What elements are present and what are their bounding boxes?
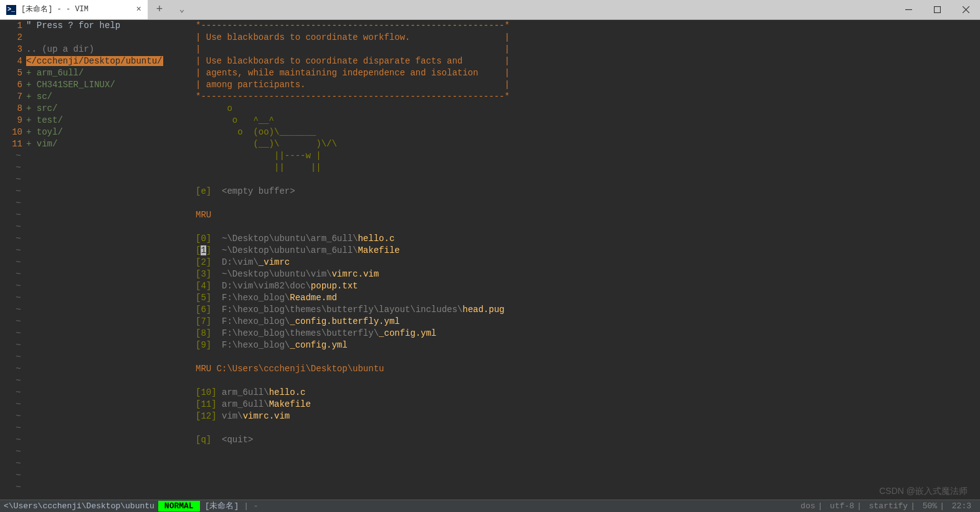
folder-item[interactable]: + test/ (26, 115, 163, 126)
mru-item[interactable]: [8] F:\hexo_blog\themes\butterfly\_confi… (196, 328, 510, 339)
line-number: 7 (0, 91, 26, 103)
empty-line-tilde: ~ (0, 434, 26, 446)
cowsay-art: o (196, 103, 510, 115)
mru-item[interactable]: [2] D:\vim\_vimrc (196, 257, 510, 268)
quote-border: *---------------------------------------… (196, 91, 510, 103)
file-tree: " Press ? for help .. (up a dir)</ccchen… (26, 20, 163, 150)
empty-line-tilde: ~ (0, 458, 26, 470)
line-number: 6 (0, 79, 26, 91)
empty-line-tilde: ~ (0, 387, 26, 399)
folder-item[interactable]: + src/ (26, 103, 163, 115)
powershell-icon: >_ (6, 5, 16, 15)
empty-line-tilde: ~ (0, 339, 26, 351)
cowsay-art: (__)\ )\/\ (196, 138, 510, 150)
line-number: 4 (0, 55, 26, 67)
empty-line-tilde: ~ (0, 316, 26, 328)
folder-item[interactable]: + toyl/ (26, 126, 163, 138)
mru-item[interactable]: [0] ~\Desktop\ubuntu\arm_6ull\hello.c (196, 233, 510, 245)
empty-line-tilde: ~ (0, 233, 26, 245)
close-window-button[interactable] (951, 0, 980, 19)
status-filename: [未命名] (200, 501, 244, 512)
cowsay-art: o ^__^ (196, 115, 510, 126)
mru-item[interactable]: [7] F:\hexo_blog\_config.butterfly.yml (196, 316, 510, 328)
status-fileformat: dos (798, 501, 817, 511)
empty-line-tilde: ~ (0, 150, 26, 162)
status-path: <\Users\ccchenji\Desktop\ubuntu (0, 501, 158, 512)
empty-line-tilde: ~ (0, 446, 26, 458)
mru-item[interactable]: [9] F:\hexo_blog\_config.yml (196, 339, 510, 351)
quit-item[interactable]: [q] <quit> (196, 434, 510, 446)
mru-item[interactable]: [10] arm_6ull\hello.c (196, 387, 510, 399)
empty-line-tilde: ~ (0, 197, 26, 209)
empty-line-tilde: ~ (0, 481, 26, 493)
quote-line: | among participants. | (196, 79, 510, 91)
empty-line-tilde: ~ (0, 268, 26, 280)
line-number: 8 (0, 103, 26, 115)
quote-line: | | (196, 44, 510, 55)
cowsay-art: || || (196, 162, 510, 174)
line-number-gutter: 1234567891011~ ~ ~ ~ ~ ~ ~ ~ ~ ~ ~ ~ ~ ~… (0, 20, 26, 500)
empty-line-tilde: ~ (0, 280, 26, 292)
editor-area[interactable]: 1234567891011~ ~ ~ ~ ~ ~ ~ ~ ~ ~ ~ ~ ~ ~… (0, 20, 980, 500)
empty-buffer-item[interactable]: [e] <empty buffer> (196, 186, 510, 197)
maximize-button[interactable] (923, 0, 951, 19)
empty-line-tilde: ~ (0, 351, 26, 363)
cowsay-art: ||----w | (196, 150, 510, 162)
window-titlebar: >_ [未命名] - - VIM × + ⌄ (0, 0, 980, 20)
status-right: dos| utf-8| startify| 50%| 22:3 (798, 501, 980, 512)
empty-line-tilde: ~ (0, 245, 26, 257)
empty-line-tilde: ~ (0, 422, 26, 434)
up-dir[interactable]: .. (up a dir) (26, 44, 163, 55)
terminal-tab[interactable]: >_ [未命名] - - VIM × (0, 0, 148, 19)
empty-line-tilde: ~ (0, 304, 26, 316)
start-screen: *---------------------------------------… (196, 20, 510, 446)
mru-item[interactable]: [12] vim\vimrc.vim (196, 410, 510, 422)
folder-item[interactable]: + sc/ (26, 91, 163, 103)
empty-line-tilde: ~ (0, 363, 26, 375)
empty-line-tilde: ~ (0, 209, 26, 221)
watermark: CSDN @嵌入式魔法师 (879, 485, 968, 497)
mru-cwd-header: MRU C:\Users\ccchenji\Desktop\ubuntu (196, 363, 510, 375)
mru-item[interactable]: [3] ~\Desktop\ubuntu\vim\vimrc.vim (196, 268, 510, 280)
empty-line-tilde: ~ (0, 292, 26, 304)
line-number: 9 (0, 115, 26, 126)
mru-item[interactable]: [4] D:\vim\vim82\doc\popup.txt (196, 280, 510, 292)
minimize-button[interactable] (894, 0, 923, 19)
empty-line-tilde: ~ (0, 470, 26, 481)
empty-line-tilde: ~ (0, 257, 26, 268)
status-bar: <\Users\ccchenji\Desktop\ubuntu NORMAL [… (0, 500, 980, 512)
quote-line: | Use blackboards to coordinate disparat… (196, 55, 510, 67)
quote-border: *---------------------------------------… (196, 20, 510, 32)
close-tab-icon[interactable]: × (136, 4, 141, 16)
status-modified: | - (244, 501, 258, 512)
empty-line-tilde: ~ (0, 399, 26, 410)
blank-line (26, 32, 163, 44)
mru-header: MRU (196, 209, 510, 221)
folder-item[interactable]: + vim/ (26, 138, 163, 150)
cowsay-art: o (oo)\_______ (196, 126, 510, 138)
folder-item[interactable]: + arm_6ull/ (26, 67, 163, 79)
mru-item[interactable]: [11] arm_6ull\Makefile (196, 399, 510, 410)
tab-dropdown-icon[interactable]: ⌄ (171, 0, 193, 19)
status-position: 22:3 (949, 501, 974, 511)
status-encoding: utf-8 (827, 501, 857, 511)
empty-line-tilde: ~ (0, 328, 26, 339)
tab-title: [未命名] - - VIM (21, 4, 131, 14)
help-hint: " Press ? for help (26, 20, 163, 32)
quote-line: | agents, while maintaining independence… (196, 67, 510, 79)
mru-item[interactable]: [5] F:\hexo_blog\Readme.md (196, 292, 510, 304)
status-filetype: startify (867, 501, 910, 511)
mru-item[interactable]: [1] ~\Desktop\ubuntu\arm_6ull\Makefile (196, 245, 510, 257)
status-percent: 50% (920, 501, 940, 511)
current-dir[interactable]: </ccchenji/Desktop/ubuntu/ (26, 56, 163, 66)
new-tab-button[interactable]: + (148, 0, 171, 19)
line-number: 11 (0, 138, 26, 150)
empty-line-tilde: ~ (0, 221, 26, 233)
mru-item[interactable]: [6] F:\hexo_blog\themes\butterfly\layout… (196, 304, 510, 316)
line-number: 5 (0, 67, 26, 79)
line-number: 2 (0, 32, 26, 44)
folder-item[interactable]: + CH341SER_LINUX/ (26, 79, 163, 91)
line-number: 1 (0, 20, 26, 32)
status-mode: NORMAL (158, 501, 200, 512)
empty-line-tilde: ~ (0, 186, 26, 197)
